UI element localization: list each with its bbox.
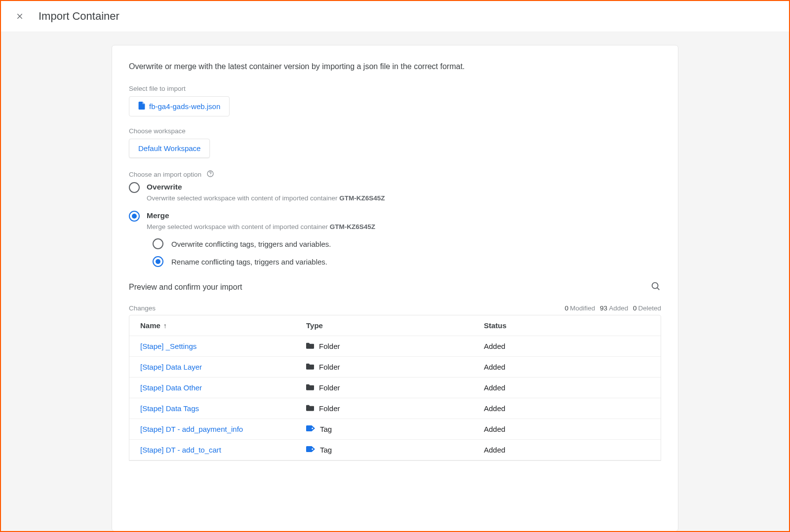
row-type: Tag bbox=[320, 425, 332, 433]
merge-sub-overwrite-radio[interactable] bbox=[153, 238, 163, 249]
table-row: [Stape] Data TagsFolderAdded bbox=[129, 398, 661, 419]
overwrite-radio[interactable] bbox=[129, 182, 140, 193]
folder-icon bbox=[306, 363, 314, 371]
row-name-link[interactable]: [Stape] Data Layer bbox=[140, 363, 202, 371]
col-name[interactable]: Name↑ bbox=[140, 321, 306, 330]
table-row: [Stape] DT - add_to_cartTagAdded bbox=[129, 440, 661, 460]
changes-table: Name↑ Type Status [Stape] _SettingsFolde… bbox=[129, 315, 661, 461]
search-icon[interactable] bbox=[650, 281, 661, 294]
row-type: Folder bbox=[319, 342, 340, 350]
row-type: Folder bbox=[319, 383, 340, 392]
import-description: Overwrite or merge with the latest conta… bbox=[129, 62, 661, 71]
overwrite-desc: Overwrite selected workspace with conten… bbox=[147, 194, 385, 202]
table-row: [Stape] DT - add_payment_infoTagAdded bbox=[129, 419, 661, 440]
row-name-link[interactable]: [Stape] DT - add_payment_info bbox=[140, 425, 243, 433]
svg-point-4 bbox=[652, 283, 658, 289]
row-name-link[interactable]: [Stape] Data Tags bbox=[140, 404, 199, 413]
row-status: Added bbox=[484, 404, 650, 413]
svg-point-7 bbox=[312, 449, 313, 450]
tag-icon bbox=[306, 425, 315, 433]
col-type[interactable]: Type bbox=[306, 321, 484, 330]
row-name-link[interactable]: [Stape] Data Other bbox=[140, 383, 202, 392]
svg-line-5 bbox=[657, 288, 659, 290]
tag-icon bbox=[306, 446, 315, 454]
row-type: Tag bbox=[320, 446, 332, 454]
row-status: Added bbox=[484, 342, 650, 350]
row-type: Folder bbox=[319, 404, 340, 413]
file-icon bbox=[138, 102, 145, 111]
folder-icon bbox=[306, 342, 314, 350]
workspace-section-label: Choose workspace bbox=[129, 127, 661, 135]
merge-radio[interactable] bbox=[129, 211, 140, 222]
row-status: Added bbox=[484, 425, 650, 433]
merge-sub-rename-radio[interactable] bbox=[153, 256, 163, 267]
select-file-button[interactable]: fb-ga4-gads-web.json bbox=[129, 96, 230, 116]
merge-sub-overwrite-label: Overwrite conflicting tags, triggers and… bbox=[171, 240, 331, 248]
row-status: Added bbox=[484, 446, 650, 454]
row-type: Folder bbox=[319, 363, 340, 371]
table-row: [Stape] _SettingsFolderAdded bbox=[129, 336, 661, 357]
row-name-link[interactable]: [Stape] DT - add_to_cart bbox=[140, 446, 221, 454]
selected-file-name: fb-ga4-gads-web.json bbox=[149, 102, 220, 111]
table-header: Name↑ Type Status bbox=[129, 315, 661, 336]
col-status[interactable]: Status bbox=[484, 321, 650, 330]
merge-title: Merge bbox=[147, 211, 375, 220]
preview-title: Preview and confirm your import bbox=[129, 283, 242, 292]
row-status: Added bbox=[484, 383, 650, 392]
changes-stats: 0Modified 93Added 0Deleted bbox=[562, 304, 661, 312]
page-background: Overwrite or merge with the latest conta… bbox=[1, 32, 789, 532]
choose-workspace-button[interactable]: Default Workspace bbox=[129, 139, 210, 158]
changes-label: Changes bbox=[129, 304, 156, 312]
folder-icon bbox=[306, 404, 314, 413]
close-icon[interactable] bbox=[15, 11, 25, 21]
dialog-header: Import Container bbox=[1, 1, 789, 32]
svg-point-6 bbox=[312, 428, 313, 429]
table-row: [Stape] Data LayerFolderAdded bbox=[129, 357, 661, 378]
table-row: [Stape] Data OtherFolderAdded bbox=[129, 378, 661, 398]
row-status: Added bbox=[484, 363, 650, 371]
import-option-label: Choose an import option bbox=[129, 169, 661, 178]
merge-sub-rename-label: Rename conflicting tags, triggers and va… bbox=[171, 258, 327, 266]
workspace-name: Default Workspace bbox=[138, 144, 200, 152]
import-card: Overwrite or merge with the latest conta… bbox=[112, 45, 678, 532]
file-section-label: Select file to import bbox=[129, 85, 661, 92]
sort-asc-icon: ↑ bbox=[163, 322, 167, 330]
overwrite-title: Overwrite bbox=[147, 183, 385, 191]
folder-icon bbox=[306, 383, 314, 392]
svg-point-3 bbox=[210, 175, 210, 176]
row-name-link[interactable]: [Stape] _Settings bbox=[140, 342, 197, 350]
help-icon[interactable] bbox=[206, 170, 214, 178]
page-title: Import Container bbox=[39, 10, 119, 23]
merge-desc: Merge selected workspace with content of… bbox=[147, 223, 375, 230]
